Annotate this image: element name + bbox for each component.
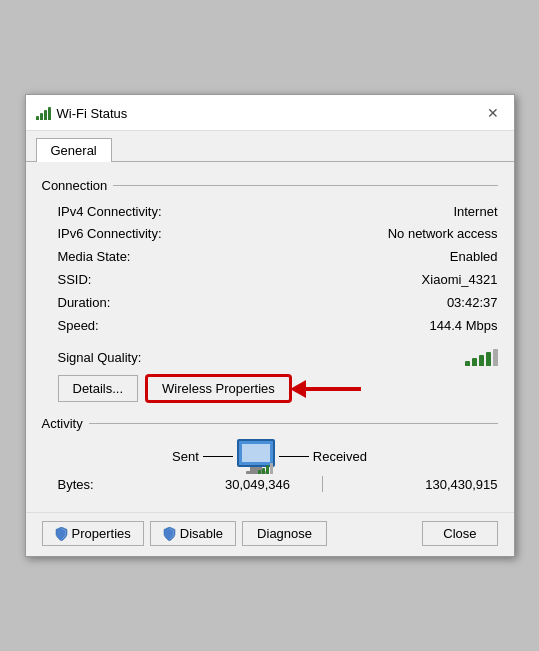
wifi-bar-3: [44, 110, 47, 120]
shield-icon: [55, 527, 68, 541]
signal-bar-3: [479, 355, 484, 366]
act-bar-4: [270, 463, 273, 474]
bottom-left-buttons: Properties Disable Diagnose: [42, 521, 328, 546]
signal-bar-2: [472, 358, 477, 366]
sent-label: Sent: [172, 449, 199, 464]
signal-bar-4: [486, 352, 491, 366]
act-bar-1: [258, 470, 261, 474]
table-row: SSID: Xiaomi_4321: [42, 269, 498, 292]
activity-section-header: Activity: [42, 416, 498, 431]
window-close-button[interactable]: ✕: [482, 102, 504, 124]
properties-label: Properties: [72, 526, 131, 541]
signal-bar-5: [493, 349, 498, 366]
activity-section-line: [89, 423, 498, 424]
bytes-row: Bytes: 30,049,346 130,430,915: [42, 476, 498, 492]
connection-section-line: [113, 185, 497, 186]
sent-line: [203, 456, 233, 457]
table-row: Duration: 03:42:37: [42, 292, 498, 315]
wifi-status-window: Wi-Fi Status ✕ General Connection IPv4 C…: [25, 94, 515, 558]
signal-bar-1: [465, 361, 470, 366]
recv-line: [279, 456, 309, 457]
received-label: Received: [313, 449, 367, 464]
act-bar-2: [262, 468, 265, 474]
bottom-buttons-bar: Properties Disable Diagnose Close: [26, 512, 514, 556]
bytes-received-value: 130,430,915: [335, 477, 498, 492]
bytes-sent-value: 30,049,346: [128, 477, 311, 492]
bytes-label: Bytes:: [58, 477, 128, 492]
connection-buttons-row: Details... Wireless Properties: [42, 375, 498, 402]
tab-bar: General: [26, 131, 514, 162]
wifi-bar-1: [36, 116, 39, 120]
properties-button[interactable]: Properties: [42, 521, 144, 546]
signal-quality-bars: [465, 348, 498, 366]
activity-section: Activity Sent: [42, 416, 498, 492]
connection-info-table: IPv4 Connectivity: Internet IPv6 Connect…: [42, 201, 498, 338]
wireless-properties-button[interactable]: Wireless Properties: [146, 375, 291, 402]
details-button[interactable]: Details...: [58, 375, 139, 402]
disable-button[interactable]: Disable: [150, 521, 236, 546]
table-row: Speed: 144.4 Mbps: [42, 315, 498, 338]
signal-quality-label: Signal Quality:: [42, 350, 142, 365]
title-bar-left: Wi-Fi Status: [36, 106, 128, 121]
disable-label: Disable: [180, 526, 223, 541]
signal-quality-row: Signal Quality:: [42, 347, 498, 367]
title-bar: Wi-Fi Status ✕: [26, 95, 514, 131]
wifi-title-icon: [36, 106, 51, 120]
computer-icon-group: [237, 439, 275, 474]
activity-section-title: Activity: [42, 416, 83, 431]
close-button[interactable]: Close: [422, 521, 497, 546]
act-bar-3: [266, 465, 269, 474]
wifi-bar-4: [48, 107, 51, 120]
activity-diagram-row: Sent: [42, 439, 498, 474]
bytes-divider: [322, 476, 323, 492]
red-arrow: [291, 380, 361, 398]
table-row: Media State: Enabled: [42, 246, 498, 269]
content-area: Connection IPv4 Connectivity: Internet I…: [26, 162, 514, 513]
connection-section-header: Connection: [42, 178, 498, 193]
arrow-line: [306, 387, 361, 391]
diagnose-button[interactable]: Diagnose: [242, 521, 327, 546]
table-row: IPv4 Connectivity: Internet: [42, 201, 498, 224]
arrow-head: [290, 380, 306, 398]
connection-section-title: Connection: [42, 178, 108, 193]
tab-general[interactable]: General: [36, 138, 112, 162]
shield-disable-icon: [163, 527, 176, 541]
window-title: Wi-Fi Status: [57, 106, 128, 121]
table-row: IPv6 Connectivity: No network access: [42, 223, 498, 246]
wifi-bar-2: [40, 113, 43, 120]
activity-signal-bars: [258, 462, 273, 474]
wireless-btn-container: Wireless Properties: [146, 375, 291, 402]
monitor-screen: [242, 444, 270, 462]
